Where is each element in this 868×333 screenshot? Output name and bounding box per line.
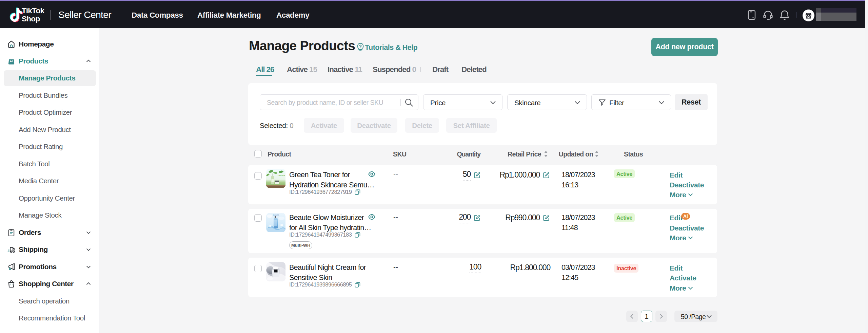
svg-text:beauté: beauté	[273, 214, 279, 216]
svg-text:GREEN: GREEN	[278, 174, 285, 177]
